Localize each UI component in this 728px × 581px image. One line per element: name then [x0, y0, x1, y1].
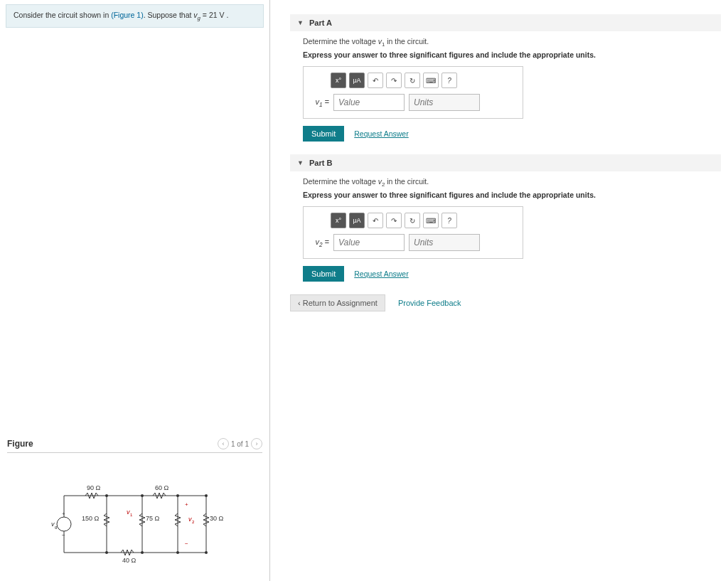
value-input-b[interactable]: [333, 234, 405, 251]
part-a: ▼ Part A Determine the voltage v1 in the…: [290, 14, 721, 142]
redo-button[interactable]: ↷: [386, 73, 402, 88]
redo-button[interactable]: ↷: [386, 213, 402, 228]
units-button[interactable]: μA: [349, 213, 365, 228]
svg-text:90 Ω: 90 Ω: [87, 484, 101, 491]
var-label-b: v2 =: [311, 238, 329, 248]
problem-equals: = 21 V .: [200, 11, 228, 19]
figure-section: Figure ‹ 1 of 1 ›: [0, 435, 269, 581]
problem-statement: Consider the circuit shown in (Figure 1)…: [6, 4, 264, 28]
svg-point-13: [141, 494, 144, 497]
svg-point-19: [205, 551, 208, 554]
submit-button-b[interactable]: Submit: [303, 266, 344, 282]
undo-button[interactable]: ↶: [368, 213, 383, 228]
reset-button[interactable]: ↻: [405, 213, 420, 228]
svg-text:−: −: [185, 540, 188, 547]
answer-box-b: x° μA ↶ ↷ ↻ ⌨ ? v2 =: [303, 206, 523, 259]
svg-point-16: [105, 551, 108, 554]
undo-button[interactable]: ↶: [368, 73, 383, 88]
return-to-assignment-button[interactable]: ‹ Return to Assignment: [290, 294, 385, 311]
svg-point-14: [176, 494, 179, 497]
svg-text:75 Ω: 75 Ω: [146, 515, 160, 522]
svg-text:g: g: [55, 525, 57, 529]
caret-down-icon: ▼: [297, 19, 304, 26]
part-b-instruction: Express your answer to three significant…: [303, 191, 721, 199]
keyboard-button[interactable]: ⌨: [423, 213, 439, 228]
part-a-header[interactable]: ▼ Part A: [290, 14, 721, 31]
problem-text-suffix: . Suppose that: [144, 11, 194, 19]
svg-point-15: [205, 494, 208, 497]
svg-text:+: +: [62, 511, 65, 517]
svg-point-18: [176, 551, 179, 554]
svg-text:40 Ω: 40 Ω: [122, 557, 136, 564]
part-title: Part A: [309, 18, 332, 27]
submit-button-a[interactable]: Submit: [303, 126, 344, 142]
chevron-left-icon: ‹: [298, 299, 301, 307]
svg-text:+: +: [185, 501, 188, 508]
pager-label: 1 of 1: [231, 440, 249, 448]
circuit-diagram: vg + − 90 Ω 60 Ω 150 Ω 75 Ω 30 Ω 40 Ω v1…: [43, 474, 228, 574]
units-button[interactable]: μA: [349, 73, 365, 88]
units-input-b[interactable]: [409, 234, 480, 251]
reset-button[interactable]: ↻: [405, 73, 420, 88]
pager-prev-button[interactable]: ‹: [218, 438, 229, 449]
request-answer-link-b[interactable]: Request Answer: [354, 270, 408, 278]
part-title: Part B: [309, 159, 332, 167]
help-button[interactable]: ?: [441, 73, 457, 88]
provide-feedback-link[interactable]: Provide Feedback: [398, 299, 461, 307]
svg-text:150 Ω: 150 Ω: [82, 515, 100, 522]
keyboard-button[interactable]: ⌨: [423, 73, 439, 88]
answer-box-a: x° μA ↶ ↷ ↻ ⌨ ? v1 =: [303, 66, 523, 119]
svg-point-17: [141, 551, 144, 554]
help-button[interactable]: ?: [441, 213, 457, 228]
part-b: ▼ Part B Determine the voltage v2 in the…: [290, 154, 721, 282]
figure-link[interactable]: (Figure 1): [111, 11, 144, 19]
units-input-a[interactable]: [409, 94, 480, 111]
svg-text:1: 1: [130, 513, 133, 517]
svg-text:30 Ω: 30 Ω: [210, 515, 224, 522]
svg-text:−: −: [62, 532, 65, 538]
templates-button[interactable]: x°: [331, 73, 346, 88]
problem-text-prefix: Consider the circuit shown in: [14, 11, 111, 19]
part-b-header[interactable]: ▼ Part B: [290, 154, 721, 171]
var-label-a: v1 =: [311, 97, 329, 108]
value-input-a[interactable]: [333, 94, 405, 111]
figure-pager: ‹ 1 of 1 ›: [218, 438, 262, 449]
part-a-question: Determine the voltage v1 in the circuit.: [303, 37, 721, 48]
request-answer-link-a[interactable]: Request Answer: [354, 129, 408, 138]
svg-point-7: [57, 517, 71, 531]
svg-text:2: 2: [192, 520, 195, 524]
svg-point-12: [105, 494, 108, 497]
figure-title: Figure: [7, 439, 33, 449]
part-b-question: Determine the voltage v2 in the circuit.: [303, 177, 721, 188]
pager-next-button[interactable]: ›: [251, 438, 262, 449]
caret-down-icon: ▼: [297, 159, 304, 166]
part-a-instruction: Express your answer to three significant…: [303, 50, 721, 59]
svg-text:60 Ω: 60 Ω: [155, 484, 169, 491]
templates-button[interactable]: x°: [331, 213, 346, 228]
